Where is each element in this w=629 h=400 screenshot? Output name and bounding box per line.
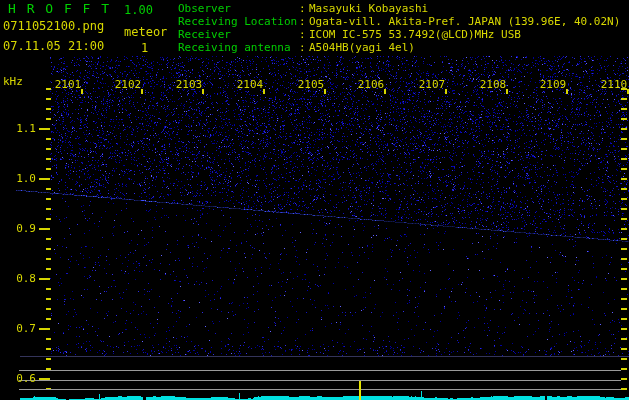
output-filename: 0711052100.png	[3, 20, 104, 32]
info-colon: :	[299, 2, 309, 15]
time-tick-label: 2110	[600, 79, 628, 90]
info-label: Observer	[178, 2, 299, 15]
info-value: A504HB(yagi 4el)	[309, 41, 415, 54]
station-info-row: Observer:Masayuki Kobayashi	[178, 2, 620, 15]
info-value: Ogata-vill. Akita-Pref. JAPAN (139.96E, …	[309, 15, 620, 28]
freq-axis-unit-label: kHz	[3, 76, 23, 88]
freq-tick-label: 1.1	[0, 123, 36, 134]
info-label: Receiver	[178, 28, 299, 41]
time-tick-label: 2101	[54, 79, 82, 90]
info-colon: :	[299, 28, 309, 41]
station-info-row: Receiving Location:Ogata-vill. Akita-Pre…	[178, 15, 620, 28]
freq-tick-label: 0.6	[0, 373, 36, 384]
mode-label: meteor	[124, 26, 167, 38]
freq-tick-label: 0.9	[0, 223, 36, 234]
spectrogram-canvas	[0, 0, 629, 400]
time-tick-label: 2109	[539, 79, 567, 90]
app-version: 1.00	[124, 4, 153, 16]
station-info-row: Receiving antenna:A504HB(yagi 4el)	[178, 41, 620, 54]
freq-tick-label: 0.8	[0, 273, 36, 284]
time-tick-label: 2103	[175, 79, 203, 90]
meteor-count: 1	[141, 42, 148, 54]
timestamp: 07.11.05 21:00	[3, 40, 104, 52]
time-tick-label: 2107	[418, 79, 446, 90]
time-tick-label: 2106	[357, 79, 385, 90]
station-info-row: Receiver:ICOM IC-575 53.7492(@LCD)MHz US…	[178, 28, 620, 41]
info-value: Masayuki Kobayashi	[309, 2, 428, 15]
freq-tick-label: 1.0	[0, 173, 36, 184]
info-label: Receiving Location	[178, 15, 299, 28]
info-colon: :	[299, 15, 309, 28]
freq-tick-label: 0.7	[0, 323, 36, 334]
app-title: H R O F F T	[8, 3, 111, 15]
time-tick-label: 2108	[479, 79, 507, 90]
time-tick-label: 2105	[297, 79, 325, 90]
station-info: Observer:Masayuki KobayashiReceiving Loc…	[178, 2, 620, 54]
time-tick-label: 2104	[236, 79, 264, 90]
info-value: ICOM IC-575 53.7492(@LCD)MHz USB	[309, 28, 521, 41]
info-colon: :	[299, 41, 309, 54]
info-label: Receiving antenna	[178, 41, 299, 54]
hrofft-output-screen: H R O F F T 1.00 0711052100.png meteor 0…	[0, 0, 629, 400]
time-tick-label: 2102	[114, 79, 142, 90]
